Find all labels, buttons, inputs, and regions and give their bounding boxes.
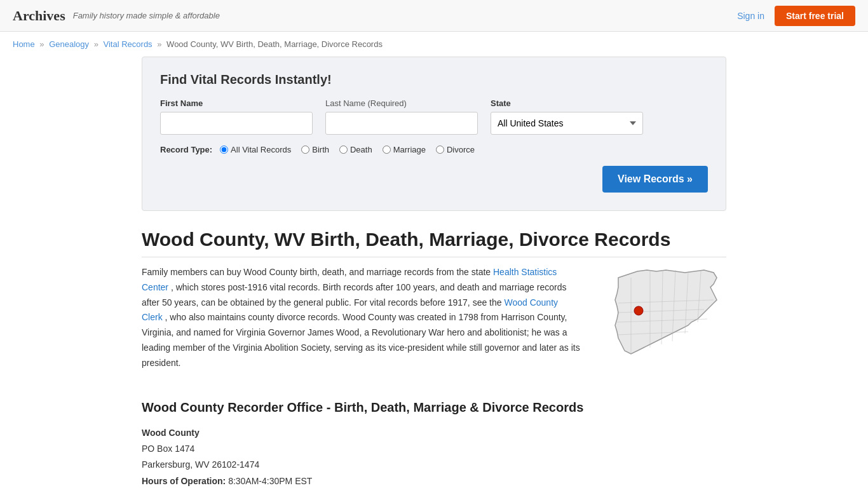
form-fields-row: First Name Last Name (Required) State Al… [160, 98, 708, 135]
record-type-birth[interactable]: Birth [301, 145, 329, 154]
breadcrumb-home[interactable]: Home [13, 39, 35, 49]
address-city-state-zip: Parkersburg, WV 26102-1474 [142, 457, 726, 473]
search-form-container: Find Vital Records Instantly! First Name… [142, 57, 726, 211]
breadcrumb-genealogy[interactable]: Genealogy [49, 39, 89, 49]
svg-point-11 [634, 306, 643, 315]
state-label: State [491, 98, 643, 108]
first-name-input[interactable] [160, 112, 313, 135]
state-select[interactable]: All United States [491, 112, 643, 135]
wv-state-map [599, 265, 726, 379]
state-group: State All United States [491, 98, 643, 135]
record-type-label: Record Type: [160, 145, 212, 154]
hours-value-text: 8:30AM-4:30PM EST [228, 476, 312, 486]
breadcrumb-sep1: » [39, 39, 44, 49]
breadcrumb-vital-records[interactable]: Vital Records [104, 39, 153, 49]
form-footer: View Records » [160, 166, 708, 193]
address-block: Wood County PO Box 1474 Parkersburg, WV … [142, 425, 726, 488]
first-name-group: First Name [160, 98, 313, 135]
first-name-label: First Name [160, 98, 313, 108]
main-content: Find Vital Records Instantly! First Name… [129, 57, 739, 488]
intro-text-3: , who also maintains county divorce reco… [142, 312, 580, 367]
intro-text-1: Family members can buy Wood County birth… [142, 267, 491, 277]
site-tagline: Family history made simple & affordable [73, 11, 220, 20]
page-title: Wood County, WV Birth, Death, Marriage, … [142, 229, 726, 257]
record-type-death[interactable]: Death [339, 145, 372, 154]
radio-birth[interactable] [301, 146, 309, 154]
record-type-all[interactable]: All Vital Records [220, 145, 291, 154]
sign-in-link[interactable]: Sign in [737, 11, 764, 21]
start-trial-button[interactable]: Start free trial [775, 6, 855, 26]
radio-marriage[interactable] [383, 146, 391, 154]
breadcrumb-sep2: » [94, 39, 98, 49]
address-po-box: PO Box 1474 [142, 441, 726, 457]
hours-label: Hours of Operation: [142, 476, 226, 486]
address-hours: Hours of Operation: 8:30AM-4:30PM EST [142, 473, 726, 488]
breadcrumb-sep3: » [157, 39, 161, 49]
address-name: Wood County [142, 428, 200, 438]
section-title: Wood County Recorder Office - Birth, Dea… [142, 400, 726, 415]
radio-all-vital[interactable] [220, 146, 228, 154]
site-logo: Archives [13, 8, 65, 24]
last-name-group: Last Name (Required) [325, 98, 478, 135]
record-type-marriage[interactable]: Marriage [383, 145, 426, 154]
breadcrumb: Home » Genealogy » Vital Records » Wood … [0, 32, 868, 57]
record-type-row: Record Type: All Vital Records Birth Dea… [160, 145, 708, 154]
search-form-title: Find Vital Records Instantly! [160, 72, 708, 87]
header-left: Archives Family history made simple & af… [13, 8, 220, 24]
intro-text-2: , which stores post-1916 vital records. … [142, 282, 566, 308]
record-type-divorce[interactable]: Divorce [436, 145, 475, 154]
intro-paragraph: Family members can buy Wood County birth… [142, 265, 580, 381]
last-name-input[interactable] [325, 112, 478, 135]
site-header: Archives Family history made simple & af… [0, 0, 868, 32]
map-container [599, 265, 726, 381]
header-right: Sign in Start free trial [737, 6, 855, 26]
content-area: Family members can buy Wood County birth… [142, 265, 726, 381]
radio-divorce[interactable] [436, 146, 444, 154]
radio-death[interactable] [339, 146, 348, 154]
breadcrumb-current: Wood County, WV Birth, Death, Marriage, … [166, 39, 383, 49]
view-records-button[interactable]: View Records » [602, 166, 708, 193]
last-name-label: Last Name (Required) [325, 98, 478, 108]
